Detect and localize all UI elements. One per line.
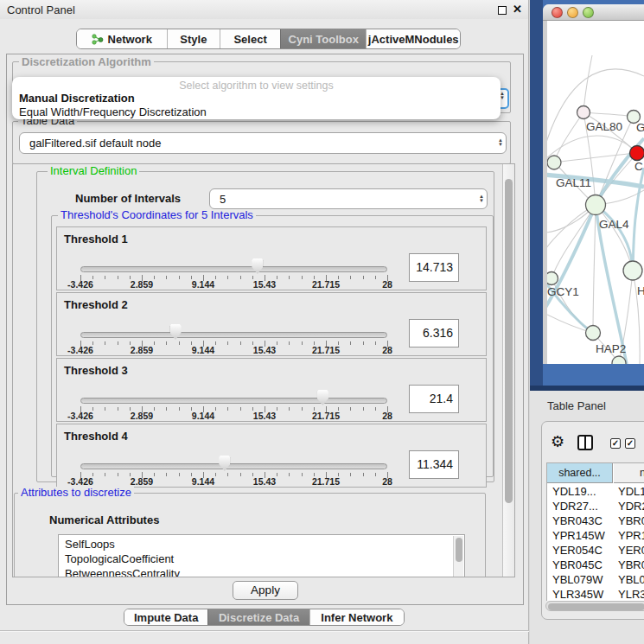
network-node[interactable]: [547, 156, 561, 169]
network-icon: [92, 34, 104, 45]
cell-name: YLR3: [618, 587, 644, 601]
threshold-2-title: Threshold 2: [64, 298, 128, 311]
gear-icon[interactable]: ⚙: [551, 434, 564, 450]
cell-shared-name: YBR043C: [552, 513, 603, 528]
node-label: GCY1: [547, 285, 579, 298]
cell-name: YDR2: [618, 499, 644, 513]
control-panel-titlebar: Control Panel ✕: [0, 0, 528, 19]
tab-cyni-toolbox[interactable]: Cyni Toolbox: [280, 29, 367, 48]
node-label: HAP2: [596, 342, 626, 355]
network-node[interactable]: [577, 106, 590, 119]
cyni-toolbox-panel: Discretization Algorithm ▲▼ Select algor…: [6, 54, 524, 605]
top-tabbar: Network Style Select Cyni Toolbox jActiv…: [76, 29, 461, 49]
threshold-4-slider-track[interactable]: [80, 463, 387, 469]
close-icon[interactable]: ✕: [513, 3, 522, 16]
threshold-1-tick-labels: -3.4262.8599.14415.4321.71528: [80, 279, 387, 290]
tab-impute-data[interactable]: Impute Data: [124, 609, 207, 625]
network-nodes[interactable]: [547, 106, 644, 365]
cell-name: YBR0: [618, 513, 644, 528]
network-canvas[interactable]: GAL80 GA C GAL11 GAL4 GCY1 H HAP2: [547, 21, 644, 364]
spinner-arrows-icon: ▲▼: [479, 194, 484, 203]
tab-discretize-data[interactable]: Discretize Data: [207, 609, 309, 625]
tab-cyni-toolbox-label: Cyni Toolbox: [289, 33, 359, 46]
table-panel: Table Panel ⚙ ✓ ✓ shared... n YDL19...YD…: [530, 391, 644, 644]
node-label: C: [634, 160, 643, 173]
screenshot-stage: Control Panel ✕ Network Style Select: [0, 0, 644, 644]
dropdown-option-manual[interactable]: Manual Discretization: [19, 92, 135, 105]
checkbox-icon[interactable]: ✓: [610, 438, 621, 449]
network-window-frame: [530, 0, 543, 386]
node-attribute-table: shared... n YDL19...YDL1 YDR27...YDR2 YB…: [546, 462, 644, 601]
network-node[interactable]: [586, 195, 606, 215]
tab-select[interactable]: Select: [220, 29, 280, 48]
threshold-2-tick-labels: -3.4262.8599.14415.4321.71528: [80, 345, 387, 355]
tab-select-label: Select: [233, 33, 266, 46]
list-scrollbar-thumb[interactable]: [456, 538, 462, 562]
float-window-icon[interactable]: [498, 6, 507, 15]
zoom-traffic-light-icon[interactable]: [583, 7, 594, 18]
tab-infer-network[interactable]: Infer Network: [309, 609, 404, 625]
network-node[interactable]: [547, 272, 558, 285]
column-header-name[interactable]: n: [614, 463, 644, 483]
table-data-combobox[interactable]: galFiltered.sif default node ▲▼: [19, 132, 507, 154]
threshold-1-value-field[interactable]: 14.713: [409, 253, 459, 282]
table-panel-container: ⚙ ✓ ✓ shared... n YDL19...YDL1 YDR27...Y…: [541, 421, 644, 620]
cell-shared-name: YER054C: [552, 543, 603, 558]
interval-definition-group-title: Interval Definition: [48, 165, 139, 177]
tab-jactivemnodules-label: jActiveMNodules: [368, 33, 459, 46]
table-panel-title: Table Panel: [547, 399, 606, 412]
cell-name: YPR1: [618, 528, 644, 543]
discretization-algorithm-group-title: Discretization Algorithm: [19, 56, 154, 68]
numerical-attributes-label: Numerical Attributes: [49, 513, 159, 526]
dropdown-placeholder-item[interactable]: Select algorithm to view settings: [12, 80, 501, 92]
tab-jactivemnodules[interactable]: jActiveMNodules: [366, 29, 460, 48]
control-panel-window: Control Panel ✕ Network Style Select: [0, 0, 529, 644]
dropdown-option-equal-width[interactable]: Equal Width/Frequency Discretization: [19, 105, 207, 118]
attributes-group-title: Attributes to discretize: [18, 487, 134, 499]
threshold-1-panel: Threshold 1 -3.4262.8599.14415.4321.7152…: [56, 226, 487, 290]
checkbox-icon[interactable]: ✓: [625, 438, 635, 449]
threshold-3-slider-track[interactable]: [80, 398, 387, 404]
tab-network[interactable]: Network: [77, 29, 167, 48]
node-label: GAL4: [599, 218, 629, 231]
numerical-attributes-list: SelfLoops TopologicalCoefficient Between…: [58, 534, 465, 577]
cell-name: YBL0: [618, 572, 644, 587]
network-node[interactable]: [586, 326, 601, 341]
threshold-4-title: Threshold 4: [64, 430, 128, 443]
list-item[interactable]: SelfLoops: [65, 538, 115, 551]
node-label: GAL80: [586, 120, 622, 133]
threshold-3-panel: Threshold 3 -3.4262.8599.14415.4321.7152…: [56, 358, 487, 422]
cell-name: YBR0: [618, 558, 644, 572]
network-node[interactable]: [623, 261, 642, 280]
column-header-shared-name[interactable]: shared...: [547, 463, 613, 483]
number-of-intervals-combobox[interactable]: 5 ▲▼: [209, 188, 488, 209]
tab-infer-network-label: Infer Network: [321, 611, 392, 624]
threshold-4-value-field[interactable]: 11.344: [409, 450, 459, 479]
tab-style[interactable]: Style: [167, 29, 220, 48]
tab-network-label: Network: [108, 33, 152, 46]
threshold-1-slider-track[interactable]: [80, 266, 387, 272]
bottom-tabbar: Impute Data Discretize Data Infer Networ…: [124, 609, 405, 626]
threshold-2-slider-track[interactable]: [80, 332, 387, 338]
network-window-titlebar[interactable]: [543, 4, 644, 21]
settings-scrollpane: Interval Definition Number of Intervals …: [12, 163, 515, 577]
cell-shared-name: YDR27...: [552, 499, 598, 513]
cell-shared-name: YBR045C: [552, 558, 603, 572]
close-traffic-light-icon[interactable]: [552, 7, 563, 18]
split-columns-icon[interactable]: [577, 435, 593, 450]
panel-scrollbar-thumb[interactable]: [505, 179, 513, 503]
threshold-3-value-field[interactable]: 21.4: [409, 385, 459, 413]
list-item[interactable]: TopologicalCoefficient: [65, 552, 174, 565]
table-horizontal-scrollbar: [545, 601, 644, 611]
network-node-selected[interactable]: [630, 146, 644, 161]
list-item[interactable]: BetweennessCentrality: [65, 567, 180, 577]
apply-button[interactable]: Apply: [233, 581, 298, 600]
table-horizontal-scrollbar-thumb[interactable]: [548, 603, 644, 610]
cell-name: YER0: [618, 543, 644, 558]
cell-shared-name: YDL19...: [552, 484, 596, 499]
threshold-2-value-field[interactable]: 6.316: [409, 319, 459, 348]
tab-discretize-data-label: Discretize Data: [219, 611, 299, 624]
threshold-3-tick-labels: -3.4262.8599.14415.4321.71528: [80, 411, 387, 421]
minimize-traffic-light-icon[interactable]: [567, 7, 578, 18]
cell-name: YDL1: [618, 484, 644, 499]
